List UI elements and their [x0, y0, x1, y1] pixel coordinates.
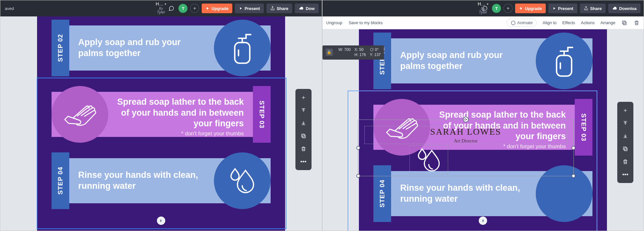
more-button[interactable]: •••	[297, 156, 310, 168]
step-03-text: Spread soap lather to the back of your h…	[116, 97, 244, 129]
share-button[interactable]: Share	[580, 4, 606, 13]
step-02-tab[interactable]: STEP 02	[52, 20, 69, 76]
doc-title-block[interactable]: H… ▾ By Tyler	[156, 2, 166, 15]
h-value: 176	[360, 53, 366, 57]
water-drops-icon	[214, 152, 271, 209]
delete-button[interactable]	[619, 156, 632, 168]
animate-button[interactable]: Animate	[507, 19, 537, 27]
share-icon	[270, 6, 275, 11]
step-03-tab[interactable]: STEP 03	[253, 86, 271, 143]
page[interactable]: STEP 02 Apply soap and rub your palms to…	[359, 29, 607, 231]
upgrade-button[interactable]: Upgrade	[515, 4, 546, 13]
add-above-button[interactable]	[619, 117, 632, 129]
upgrade-button[interactable]: Upgrade	[202, 4, 232, 13]
h-label: H:	[354, 53, 358, 57]
step-03-note: * don't forget your thumbs	[181, 130, 244, 137]
present-label: Present	[245, 6, 260, 11]
step-03-note: * don't forget your thumbs	[503, 143, 566, 150]
upgrade-label: Upgrade	[211, 6, 228, 11]
y-value: 137	[374, 53, 381, 57]
w-label: W:	[339, 47, 343, 52]
present-button[interactable]: Present	[548, 4, 577, 13]
download-button[interactable]: Downloa	[608, 4, 640, 13]
share-label: Share	[590, 6, 602, 11]
svg-rect-4	[622, 21, 625, 24]
step-04[interactable]: STEP 04 Rinse your hands with clean, run…	[52, 152, 271, 209]
duplicate-button[interactable]	[297, 130, 310, 142]
context-bar: Ungroup Save to my blocks Animate Align …	[322, 16, 644, 29]
copy-icon[interactable]	[621, 20, 628, 26]
author-name: Tyler	[156, 10, 166, 14]
comment-icon[interactable]	[167, 4, 176, 13]
lock-icon[interactable]: 🔒	[326, 49, 333, 56]
top-bar: aved H… ▾ By Tyler T + Upgrade Present	[0, 0, 322, 16]
w-value: 700	[344, 47, 351, 52]
delete-button[interactable]	[297, 143, 310, 155]
cloud-icon	[612, 6, 617, 11]
doc-title-block[interactable]: H… ▾ By Tyler	[478, 2, 488, 15]
actions-button[interactable]: Actions	[581, 20, 595, 25]
present-label: Present	[558, 6, 573, 11]
left-frame: aved H… ▾ By Tyler T + Upgrade Present	[0, 0, 322, 231]
add-below-button[interactable]	[619, 130, 632, 142]
rotation-icon	[370, 48, 374, 52]
step-02[interactable]: STEP 02 Apply soap and rub your palms to…	[373, 33, 592, 89]
present-button[interactable]: Present	[235, 4, 264, 13]
page-resize-handle[interactable]: ▴▾	[479, 217, 487, 225]
chevron-down-icon: ▾	[165, 2, 166, 6]
trash-icon[interactable]	[633, 20, 640, 26]
download-button[interactable]: Dow	[295, 4, 318, 13]
svg-rect-3	[623, 22, 626, 25]
share-button[interactable]: Share	[266, 4, 292, 13]
x-label: X:	[354, 47, 358, 52]
water-drops-icon-bg	[536, 165, 592, 222]
water-drops-moved-icon[interactable]	[413, 145, 445, 175]
hands-rubbing-icon	[52, 86, 108, 143]
add-below-button[interactable]	[297, 117, 310, 129]
add-above-button[interactable]	[297, 104, 310, 116]
step-03-tab[interactable]: STEP 03	[575, 99, 592, 156]
soap-dispenser-icon	[536, 33, 592, 89]
save-to-blocks-button[interactable]: Save to my blocks	[349, 20, 383, 25]
step-02[interactable]: STEP 02 Apply soap and rub your palms to…	[52, 20, 271, 76]
step-04-tab[interactable]: STEP 04	[373, 165, 391, 222]
align-to-button[interactable]: Align to	[543, 20, 556, 25]
step-03[interactable]: STEP 03 Spread soap lather to the back o…	[52, 86, 271, 143]
ungroup-button[interactable]: Ungroup	[326, 20, 342, 25]
step-02-tab[interactable]: STEP 02	[373, 33, 391, 89]
dimension-badge[interactable]: 🔒 W: 700 X: 50 0° H: 176 Y: 137	[322, 45, 384, 60]
doc-title: H…	[478, 2, 485, 6]
step-03[interactable]: STEP 03 Spread soap lather to the back o…	[373, 99, 592, 156]
svg-rect-7	[623, 147, 626, 150]
avatar[interactable]: T	[178, 4, 187, 13]
step-04-tab[interactable]: STEP 04	[52, 152, 69, 209]
step-04[interactable]: STEP 04 Rinse your hands with clean, run…	[373, 165, 592, 222]
step-02-text: Apply soap and rub your palms together	[78, 37, 206, 59]
more-button[interactable]: •••	[619, 169, 632, 180]
play-icon	[552, 6, 556, 10]
bolt-icon	[206, 6, 209, 10]
side-toolbar: ＋ •••	[617, 102, 633, 183]
step-03-text: Spread soap lather to the back of your h…	[438, 110, 566, 142]
download-label: Dow	[306, 6, 314, 11]
chevron-down-icon: ▾	[487, 2, 488, 6]
doc-title: H…	[156, 2, 163, 6]
duplicate-button[interactable]	[619, 143, 632, 155]
svg-rect-1	[303, 135, 305, 138]
effects-button[interactable]: Effects	[562, 20, 575, 25]
add-collaborator-button[interactable]: +	[190, 4, 199, 13]
arrange-button[interactable]: Arrange	[601, 20, 615, 25]
step-04-text: Rinse your hands with clean, running wat…	[78, 170, 206, 192]
canvas[interactable]: STEP 02 Apply soap and rub your palms to…	[0, 16, 322, 231]
canvas[interactable]: 🔒 W: 700 X: 50 0° H: 176 Y: 137 STEP 02 …	[322, 29, 644, 231]
page[interactable]: STEP 02 Apply soap and rub your palms to…	[37, 16, 285, 231]
svg-rect-0	[235, 43, 250, 63]
add-page-button[interactable]: ＋	[297, 91, 310, 103]
add-collaborator-button[interactable]: +	[504, 4, 513, 13]
avatar[interactable]: T	[492, 4, 501, 13]
page-resize-handle[interactable]: ▴▾	[157, 217, 165, 225]
add-page-button[interactable]: ＋	[619, 104, 632, 116]
animate-label: Animate	[517, 20, 533, 25]
right-frame: H… ▾ By Tyler T + Upgrade Present Share	[322, 0, 644, 231]
svg-rect-6	[624, 148, 627, 151]
